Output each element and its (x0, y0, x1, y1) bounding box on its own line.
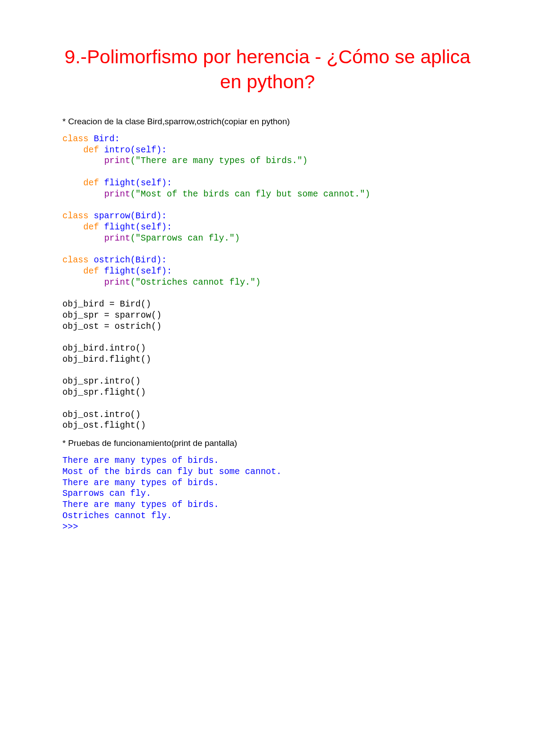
code-text: intro(self): (99, 145, 167, 155)
code-text: obj_spr = sparrow() (62, 311, 161, 320)
code-text: obj_ost = ostrich() (62, 322, 161, 331)
intro-text-1: * Creacion de la clase Bird,sparrow,ostr… (62, 117, 473, 127)
output-line: Ostriches cannot fly. (62, 511, 172, 521)
code-text: obj_spr.intro() (62, 376, 141, 386)
keyword-def: def (83, 222, 99, 232)
code-text: obj_bird.flight() (62, 355, 151, 364)
code-text: Bird: (89, 134, 120, 144)
keyword-def: def (83, 178, 99, 188)
output-line: There are many types of birds. (62, 478, 219, 488)
keyword-print: print (104, 233, 131, 243)
output-block: There are many types of birds. Most of t… (62, 455, 473, 532)
output-line: Sparrows can fly. (62, 489, 151, 499)
output-prompt: >>> (62, 522, 78, 532)
string-literal: ("Most of the birds can fly but some can… (130, 189, 370, 199)
keyword-print: print (104, 156, 131, 166)
output-line: There are many types of birds. (62, 500, 219, 510)
code-text: obj_bird.intro() (62, 343, 146, 353)
code-text: flight(self): (99, 178, 172, 188)
intro-text-2: * Pruebas de funcionamiento(print de pan… (62, 438, 473, 448)
string-literal: ("Ostriches cannot fly.") (130, 278, 261, 287)
code-text: obj_bird = Bird() (62, 299, 151, 309)
keyword-class: class (62, 211, 89, 221)
code-text: sparrow(Bird): (89, 211, 167, 221)
code-text: obj_ost.intro() (62, 410, 141, 420)
output-line: Most of the birds can fly but some canno… (62, 467, 281, 477)
keyword-class: class (62, 255, 89, 265)
output-line: There are many types of birds. (62, 456, 219, 466)
page-title: 9.-Polimorfismo por herencia - ¿Cómo se … (62, 45, 473, 94)
code-block: class Bird: def intro(self): print("Ther… (62, 134, 473, 431)
keyword-class: class (62, 134, 89, 144)
keyword-def: def (83, 145, 99, 155)
keyword-def: def (83, 266, 99, 276)
code-text: flight(self): (99, 266, 172, 276)
keyword-print: print (104, 189, 131, 199)
code-text: obj_ost.flight() (62, 421, 146, 430)
code-text: ostrich(Bird): (89, 255, 167, 265)
code-text: flight(self): (99, 222, 172, 232)
string-literal: ("There are many types of birds.") (130, 156, 308, 166)
string-literal: ("Sparrows can fly.") (130, 233, 240, 243)
code-text: obj_spr.flight() (62, 388, 146, 397)
keyword-print: print (104, 278, 131, 287)
